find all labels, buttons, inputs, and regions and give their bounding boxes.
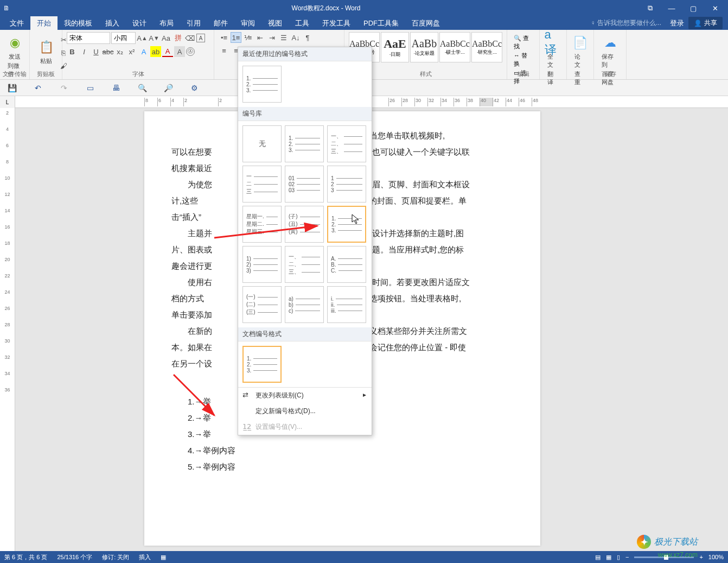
font-name-select[interactable]: 宋体	[67, 32, 110, 44]
tab-references[interactable]: 引用	[180, 16, 207, 30]
clear-format-btn[interactable]: ⌫	[184, 33, 195, 43]
style-item[interactable]: AaE·日期	[381, 32, 409, 62]
char-shading-btn[interactable]: A	[174, 46, 185, 57]
tab-layout[interactable]: 布局	[153, 16, 180, 30]
subscript-btn[interactable]: x₂	[114, 46, 125, 57]
new-window-btn[interactable]: ▭	[82, 81, 98, 94]
plagiarism-btn[interactable]: 📄 论文查重	[571, 32, 589, 88]
view-web-layout-btn[interactable]: ▯	[617, 554, 620, 561]
style-item[interactable]: AaBbCc·硕士学...	[439, 32, 470, 62]
tab-home[interactable]: 开始	[30, 16, 58, 30]
tab-baidu[interactable]: 百度网盘	[405, 16, 446, 30]
underline-btn[interactable]: U	[91, 46, 101, 57]
align-left-btn[interactable]: ≡	[219, 45, 229, 56]
style-item[interactable]: AaBbCc·研究生...	[471, 32, 502, 62]
print-preview-btn[interactable]: 🔍	[135, 81, 150, 94]
number-format-none[interactable]: 无	[242, 125, 282, 162]
number-format-option-selected[interactable]: 1.2.3.	[327, 206, 366, 243]
bullets-btn[interactable]: •≡	[219, 32, 229, 43]
save-btn[interactable]: 💾	[4, 81, 20, 94]
tab-tools[interactable]: 工具	[289, 16, 316, 30]
asian-layout-btn[interactable]: ☰	[278, 32, 289, 43]
check-icon: 📄	[572, 34, 589, 52]
number-format-option[interactable]: 1. 2. 3.	[242, 66, 282, 103]
number-format-option[interactable]: 010203	[285, 166, 324, 203]
replace-btn[interactable]: ↔ 替换	[514, 52, 533, 68]
zoom-in-btn[interactable]: +	[699, 554, 703, 560]
number-format-option[interactable]: 一、二、三、	[327, 125, 366, 162]
tab-design[interactable]: 设计	[126, 16, 153, 30]
number-format-option[interactable]: 1)2)3)	[242, 246, 282, 283]
tab-view[interactable]: 视图	[261, 16, 289, 30]
tab-insert[interactable]: 插入	[99, 16, 126, 30]
zoom-out-btn[interactable]: −	[625, 554, 629, 560]
minimize-btn[interactable]: —	[662, 2, 681, 14]
undo-btn[interactable]: ↶	[30, 81, 46, 94]
change-list-level-item[interactable]: ⇄更改列表级别(C)▸	[238, 388, 372, 403]
number-format-option[interactable]: 星期一.星期二.星期三.	[242, 206, 282, 243]
number-format-option[interactable]: (一)(二)(三)	[242, 286, 282, 323]
number-format-option[interactable]: (子)(丑)(寅)	[285, 206, 324, 243]
show-marks-btn[interactable]: ¶	[302, 32, 313, 43]
font-size-select[interactable]: 小四	[111, 32, 136, 44]
print-btn[interactable]: 🖶	[108, 81, 124, 94]
phonetic-guide-btn[interactable]: 拼	[173, 33, 183, 43]
inc-indent-btn[interactable]: ⇥	[266, 32, 277, 43]
close-btn[interactable]: ✕	[705, 2, 725, 14]
save-baidu-btn[interactable]: ☁ 保存到百度网盘	[598, 32, 622, 88]
sort-btn[interactable]: A↓	[290, 32, 301, 43]
options-btn[interactable]: ⚙	[187, 81, 202, 94]
ruler-tick: 32	[427, 98, 440, 106]
number-format-option[interactable]: i.ii.iii.	[327, 286, 366, 323]
share-button[interactable]: 👤共享	[688, 17, 723, 29]
change-case-btn[interactable]: Aa	[161, 33, 171, 43]
strike-btn[interactable]: abc	[103, 46, 113, 57]
number-format-option[interactable]: 1. 2. 3.	[242, 346, 282, 383]
dec-indent-btn[interactable]: ⇤	[254, 32, 265, 43]
bold-btn[interactable]: B	[67, 46, 78, 57]
highlight-btn[interactable]: ab	[150, 46, 161, 57]
status-track-changes[interactable]: 修订: 关闭	[102, 553, 129, 561]
status-page[interactable]: 第 6 页，共 6 页	[4, 553, 47, 561]
find-btn[interactable]: 🔍 查找	[514, 34, 533, 50]
status-macro-icon[interactable]: ▦	[161, 554, 166, 561]
view-read-mode-btn[interactable]: ▤	[595, 554, 601, 561]
tell-me-input[interactable]: ♀ 告诉我您想要做什么...	[586, 17, 666, 29]
number-format-option[interactable]: 一二三	[242, 166, 282, 203]
maximize-btn[interactable]: ▢	[684, 2, 703, 14]
enclosed-char-btn[interactable]: Ⓐ	[186, 47, 195, 56]
grow-font-btn[interactable]: A▲	[137, 33, 148, 43]
translate-btn[interactable]: a译 全文翻译	[544, 32, 562, 88]
zoom-btn[interactable]: 🔎	[161, 81, 176, 94]
char-border-btn[interactable]: A	[196, 34, 205, 42]
login-link[interactable]: 登录	[670, 18, 684, 28]
tab-templates[interactable]: 我的模板	[58, 16, 99, 30]
number-format-option[interactable]: A.B.C.	[327, 246, 366, 283]
redo-btn[interactable]: ↷	[56, 81, 72, 94]
multilevel-btn[interactable]: ⅟≡	[242, 32, 253, 43]
style-item[interactable]: AaBb·论文标题	[410, 32, 438, 62]
tab-review[interactable]: 审阅	[234, 16, 261, 30]
number-format-option[interactable]: 123	[327, 166, 366, 203]
shrink-font-btn[interactable]: A▼	[149, 33, 159, 43]
view-print-layout-btn[interactable]: ▦	[606, 554, 611, 561]
tab-pdf[interactable]: PDF工具集	[357, 16, 405, 30]
number-format-option[interactable]: a)b)c)	[285, 286, 324, 323]
text-effects-btn[interactable]: A	[138, 46, 149, 57]
status-insert-mode[interactable]: 插入	[139, 553, 151, 561]
numbering-btn[interactable]: 1≡	[231, 32, 241, 43]
number-format-option[interactable]: 1.2.3.	[285, 125, 324, 162]
tab-developer[interactable]: 开发工具	[316, 16, 357, 30]
font-color-btn[interactable]: A	[162, 46, 173, 57]
status-word-count[interactable]: 25/1316 个字	[57, 553, 92, 561]
ribbon-options-btn[interactable]: ⧉	[640, 2, 660, 14]
number-format-option[interactable]: 一、二、三、	[285, 246, 324, 283]
zoom-level[interactable]: 100%	[708, 554, 724, 560]
tab-mail[interactable]: 邮件	[207, 16, 234, 30]
ruler-tick: 4	[170, 98, 183, 106]
paste-btn[interactable]: 📋 粘贴	[34, 32, 58, 71]
define-new-format-item[interactable]: 定义新编号格式(D)...	[238, 403, 372, 419]
superscript-btn[interactable]: x²	[126, 46, 137, 57]
tab-file[interactable]: 文件	[3, 16, 30, 30]
italic-btn[interactable]: I	[79, 46, 90, 57]
